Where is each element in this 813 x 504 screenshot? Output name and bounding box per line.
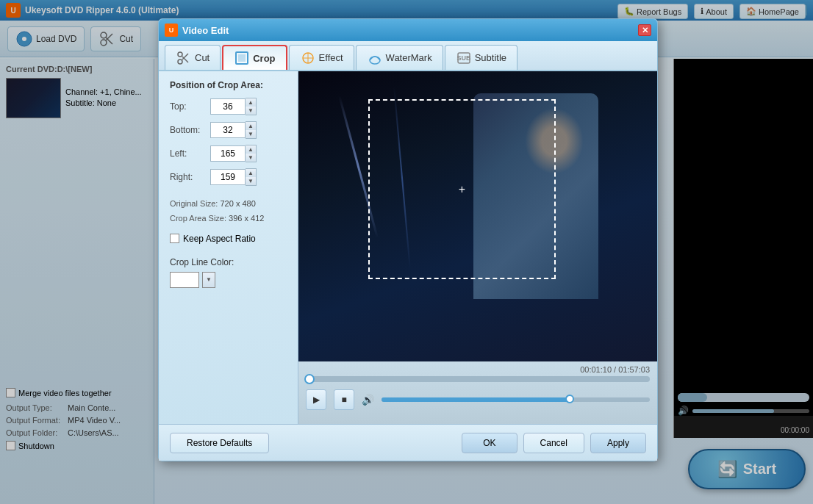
play-button[interactable]: ▶ [306, 389, 326, 410]
keep-aspect-ratio-row: Keep Aspect Ratio [170, 234, 287, 244]
crop-left-row: Left: ▲ ▼ [170, 145, 287, 162]
crop-right-spinbox: ▲ ▼ [210, 168, 257, 186]
dialog-close-button[interactable]: ✕ [638, 24, 651, 36]
svg-rect-11 [238, 54, 246, 62]
crop-right-row: Right: ▲ ▼ [170, 168, 287, 186]
crop-left-spinbuttons: ▲ ▼ [246, 145, 257, 162]
tab-crop[interactable]: Crop [222, 45, 287, 70]
crop-right-down-button[interactable]: ▼ [246, 177, 256, 185]
svg-line-8 [182, 57, 188, 62]
crop-left-label: Left: [170, 148, 210, 159]
dialog-footer: Restore Defaults OK Cancel Apply [159, 424, 657, 461]
video-background [298, 71, 657, 361]
crop-top-spinbuttons: ▲ ▼ [246, 98, 257, 115]
dialog-logo: U [165, 24, 178, 37]
crop-top-label: Top: [170, 101, 210, 112]
cancel-button[interactable]: Cancel [523, 433, 584, 453]
original-size-label: Original Size: [170, 199, 218, 208]
size-info: Original Size: 720 x 480 Crop Area Size:… [170, 197, 287, 226]
dialog-content: Position of Crop Area: Top: ▲ ▼ Bottom: [159, 71, 657, 424]
crop-bottom-label: Bottom: [170, 125, 210, 135]
video-edit-dialog: U Video Edit ✕ Cut C [158, 18, 658, 461]
tab-crop-label: Crop [253, 53, 275, 64]
svg-point-7 [178, 52, 182, 57]
crop-bottom-input[interactable] [210, 122, 246, 138]
tab-watermark-label: WaterMark [386, 52, 432, 63]
crop-left-down-button[interactable]: ▼ [246, 154, 256, 162]
video-controls-bar: 00:01:10 / 01:57:03 ▶ ■ 🔊 [298, 361, 657, 424]
crop-right-input[interactable] [210, 169, 246, 185]
crop-right-up-button[interactable]: ▲ [246, 169, 256, 177]
crop-right-label: Right: [170, 172, 210, 182]
volume-slider[interactable] [382, 397, 650, 402]
crop-top-down-button[interactable]: ▼ [246, 107, 256, 115]
progress-handle[interactable] [304, 374, 315, 384]
crop-left-input[interactable] [210, 145, 246, 162]
svg-line-9 [182, 54, 188, 60]
volume-icon: 🔊 [362, 394, 374, 406]
tab-effect[interactable]: Effect [289, 45, 354, 70]
crop-bottom-row: Bottom: ▲ ▼ [170, 121, 287, 139]
color-picker-row: ▼ [170, 272, 287, 288]
keep-aspect-ratio-label: Keep Aspect Ratio [183, 234, 256, 244]
svg-text:SUB: SUB [456, 54, 471, 62]
watermark-tab-icon [367, 50, 383, 66]
apply-button[interactable]: Apply [590, 433, 646, 453]
color-box[interactable] [170, 272, 199, 288]
tab-cut-label: Cut [195, 52, 209, 63]
crop-area-size-label: Crop Area Size: [170, 214, 226, 223]
crop-left-spinbox: ▲ ▼ [210, 145, 257, 162]
dialog-tabs: Cut Crop Effect [159, 41, 657, 71]
video-time-display: 00:01:10 / 01:57:03 [306, 365, 650, 374]
footer-right-buttons: OK Cancel Apply [462, 433, 646, 453]
playback-controls: ▶ ■ 🔊 [306, 389, 650, 410]
crop-top-row: Top: ▲ ▼ [170, 98, 287, 115]
crop-top-up-button[interactable]: ▲ [246, 98, 256, 107]
tab-watermark[interactable]: WaterMark [356, 45, 443, 70]
color-dropdown-button[interactable]: ▼ [202, 272, 215, 288]
crop-area-size-value: 396 x 412 [229, 214, 264, 223]
effect-tab-icon [300, 50, 316, 66]
crop-line-color-section: Crop Line Color: ▼ [170, 257, 287, 288]
keep-aspect-ratio-checkbox[interactable] [170, 234, 179, 243]
crop-left-up-button[interactable]: ▲ [246, 145, 256, 154]
crop-top-input[interactable] [210, 98, 246, 115]
crop-bottom-up-button[interactable]: ▲ [246, 122, 256, 130]
tab-effect-label: Effect [319, 52, 343, 63]
volume-handle[interactable] [565, 395, 574, 403]
dialog-title: Video Edit [182, 25, 229, 36]
video-preview-area: + 00:01:10 / 01:57:03 ▶ ■ 🔊 [298, 71, 657, 424]
tab-cut[interactable]: Cut [165, 45, 221, 70]
crop-right-spinbuttons: ▲ ▼ [246, 168, 257, 186]
tab-subtitle[interactable]: SUB Subtitle [445, 45, 517, 70]
crop-bottom-spinbuttons: ▲ ▼ [246, 121, 257, 139]
svg-point-6 [178, 60, 182, 64]
crop-bottom-down-button[interactable]: ▼ [246, 130, 256, 138]
stop-button[interactable]: ■ [334, 389, 354, 410]
video-progress-bar[interactable] [306, 376, 650, 382]
subtitle-tab-icon: SUB [456, 50, 472, 66]
original-size-value: 720 x 480 [220, 199, 255, 208]
tab-subtitle-label: Subtitle [475, 52, 506, 63]
dialog-titlebar: U Video Edit ✕ [159, 19, 657, 41]
crop-top-spinbox: ▲ ▼ [210, 98, 257, 115]
restore-defaults-button[interactable]: Restore Defaults [170, 433, 269, 453]
volume-fill [382, 397, 570, 402]
crop-tab-icon [234, 50, 250, 66]
cut-tab-icon [176, 50, 192, 66]
crop-section-title: Position of Crop Area: [170, 80, 287, 90]
ok-button[interactable]: OK [462, 433, 517, 453]
crop-controls-panel: Position of Crop Area: Top: ▲ ▼ Bottom: [159, 71, 298, 424]
video-canvas: + [298, 71, 657, 361]
crop-line-color-label: Crop Line Color: [170, 257, 287, 267]
crop-bottom-spinbox: ▲ ▼ [210, 121, 257, 139]
